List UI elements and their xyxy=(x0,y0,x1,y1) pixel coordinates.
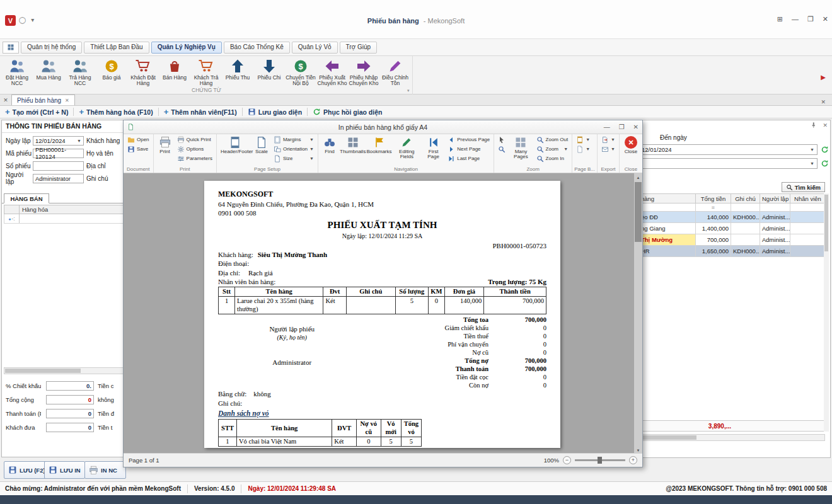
tab-hang-ban[interactable]: HÀNG BÁN xyxy=(4,193,49,203)
to-date-input[interactable]: 12/01/2024 ▼ xyxy=(638,144,818,155)
window-options-icon[interactable]: ⊞ xyxy=(777,15,783,23)
next-page-button[interactable]: Next Page xyxy=(446,144,492,154)
send-email-button[interactable]: ▼ xyxy=(599,144,617,154)
dialog-titlebar[interactable]: In phiếu bán hàng khổ giấy A4 — ❐ ✕ xyxy=(124,120,642,134)
zoom-out-button[interactable]: Zoom Out xyxy=(534,135,570,144)
column-creator[interactable]: Người lập xyxy=(760,194,790,203)
number-input[interactable] xyxy=(33,161,84,171)
grid-filter-row[interactable]: = xyxy=(639,203,826,212)
header-footer-button[interactable]: Header/Footer xyxy=(219,135,251,156)
save-button[interactable]: LƯU (F2) xyxy=(4,461,50,479)
tab-strip-right-close-icon[interactable]: ✕ xyxy=(821,99,832,105)
filter-combo[interactable]: ▼ xyxy=(638,158,818,169)
customer-paid-input[interactable]: 0 xyxy=(46,423,94,432)
tra-hang-ncc-button[interactable]: Trả Hàng NCC xyxy=(64,57,96,87)
page-color-button[interactable]: ▼ xyxy=(574,135,592,144)
save-document-button[interactable]: Save xyxy=(125,144,151,154)
ban-hang-button[interactable]: Bán Hàng xyxy=(159,57,190,81)
size-button[interactable]: Size ▼ xyxy=(272,154,316,163)
khach-dat-hang-button[interactable]: Khách Đặt Hàng xyxy=(127,57,159,87)
table-row[interactable]: ng Giang 1,400,000 Administ... xyxy=(639,223,826,234)
pin-icon[interactable] xyxy=(810,122,818,129)
orientation-button[interactable]: Orientation ▼ xyxy=(272,144,316,154)
zoom-in-slider-icon[interactable]: + xyxy=(629,456,637,464)
refresh-icon[interactable] xyxy=(821,159,829,168)
close-preview-button[interactable]: ✕ Close xyxy=(621,135,640,156)
ribbon-tab-quan-tri[interactable]: Quản trị hệ thống xyxy=(21,42,82,54)
ribbon-tab-tro-giup[interactable]: Trợ Giúp xyxy=(340,42,378,54)
doc-tab-phieu-ban-hang[interactable]: Phiếu bán hàng ✕ xyxy=(11,94,75,105)
group-launcher-icon[interactable]: ▾ xyxy=(407,88,410,93)
mua-hang-button[interactable]: Mua Hàng xyxy=(33,57,64,81)
column-name[interactable]: hàng xyxy=(639,194,696,203)
tab-strip-close-icon[interactable]: ✕ xyxy=(0,94,11,105)
phieu-nhap-chuyen-kho-button[interactable]: Phiếu Nhập Chuyển Kho xyxy=(348,57,379,87)
zoom-in-button[interactable]: Zoom In xyxy=(534,154,570,163)
many-pages-button[interactable]: Many Pages xyxy=(508,135,533,161)
filter-equals[interactable]: = xyxy=(696,203,731,212)
dieu-chinh-ton-button[interactable]: Điều Chỉnh Tồn xyxy=(379,57,411,87)
scroll-up-icon[interactable]: ▲ xyxy=(634,173,642,181)
zoom-slider-thumb[interactable] xyxy=(598,457,602,464)
parameters-button[interactable]: Parameters xyxy=(175,154,214,163)
scale-button[interactable]: Scale xyxy=(252,135,271,156)
restore-layout-button[interactable]: Phục hồi giao diện xyxy=(313,108,382,116)
dialog-close-icon[interactable]: ✕ xyxy=(633,123,638,130)
panel-close-icon[interactable]: ✕ xyxy=(823,122,828,129)
close-window-icon[interactable]: ✕ xyxy=(823,15,828,23)
table-row-selected[interactable]: Thị Mường 700,000 Administ... xyxy=(639,234,826,246)
table-row[interactable]: HR 1,650,000 KDH000... Administ... xyxy=(639,246,826,257)
options-button[interactable]: Options xyxy=(175,144,214,154)
new-record-button[interactable]: + Tạo mới (Ctrl + N) xyxy=(5,108,68,116)
creator-input[interactable]: Administrator xyxy=(33,174,84,183)
total-input[interactable]: 0 xyxy=(46,395,94,404)
pointer-tool-button[interactable] xyxy=(496,135,507,144)
zoom-slider[interactable] xyxy=(575,459,625,461)
dat-hang-ncc-button[interactable]: Đặt Hàng NCC xyxy=(1,57,33,87)
quick-print-button[interactable]: Quick Print xyxy=(175,135,214,144)
bookmarks-button[interactable]: Bookmarks xyxy=(366,135,391,156)
scrollbar-thumb[interactable] xyxy=(635,182,642,242)
last-page-button[interactable]: Last Page xyxy=(446,154,492,163)
column-staff[interactable]: Nhân viên xyxy=(790,194,826,203)
grid-hscrollbar[interactable] xyxy=(638,434,825,441)
watermark-button[interactable]: ▼ xyxy=(574,144,592,154)
bao-gia-button[interactable]: Báo giá xyxy=(96,57,127,81)
phieu-chi-button[interactable]: Phiếu Chi xyxy=(253,57,285,81)
discount-input[interactable]: 0. xyxy=(46,381,94,391)
ribbon-tab-bao-cao[interactable]: Báo Cáo Thống Kê xyxy=(224,42,290,54)
column-hang-hoa[interactable]: Hàng hóa xyxy=(20,205,50,214)
refresh-icon[interactable] xyxy=(821,146,829,154)
search-button[interactable]: Tìm kiếm xyxy=(782,182,825,192)
margins-button[interactable]: Margins ▼ xyxy=(272,135,316,144)
table-row[interactable]: èo ĐĐ 140,000 KDH000... Administ... xyxy=(639,212,826,223)
ribbon-tab-quan-ly-vo[interactable]: Quản Lý Vỏ xyxy=(292,42,338,54)
ribbon-tab-nghiep-vu[interactable]: Quản Lý Nghiệp Vụ xyxy=(151,42,222,54)
minimize-icon[interactable]: — xyxy=(792,15,799,23)
zoom-button[interactable]: Zoom ▼ xyxy=(534,144,570,154)
ribbon-tab-thiet-lap[interactable]: Thiết Lập Ban Đầu xyxy=(84,42,149,54)
first-page-button[interactable]: First Page xyxy=(422,135,445,161)
grid-vscrollbar[interactable] xyxy=(824,193,829,432)
phieu-thu-button[interactable]: Phiếu Thu xyxy=(222,57,253,81)
ribbon-collapse-icon[interactable]: ▶ xyxy=(821,74,826,81)
save-layout-button[interactable]: Lưu giao diện xyxy=(248,108,302,116)
print-big-button[interactable]: Print xyxy=(156,135,175,156)
editing-fields-button[interactable]: Editing Fields xyxy=(393,135,421,161)
khach-tra-hang-button[interactable]: Khách Trả Hàng xyxy=(190,57,222,87)
maximize-icon[interactable]: ❐ xyxy=(807,15,814,23)
date-input[interactable]: 12/01/2024 ▼ xyxy=(33,136,84,146)
preview-vscrollbar[interactable]: ▲ ▼ xyxy=(634,173,642,454)
dialog-maximize-icon[interactable]: ❐ xyxy=(619,123,625,130)
tab-close-icon[interactable]: ✕ xyxy=(65,98,69,103)
thumbnails-button[interactable]: Thumbnails xyxy=(340,135,366,156)
column-note[interactable]: Ghi chú xyxy=(731,194,760,203)
export-document-button[interactable]: ▼ xyxy=(599,135,617,144)
save-print-button[interactable]: LƯU IN xyxy=(44,461,85,479)
open-button[interactable]: Open xyxy=(125,135,151,144)
chuyen-tien-noi-bo-button[interactable]: Chuyển Tiền Nội Bộ xyxy=(285,57,316,87)
add-staff-button[interactable]: + Thêm nhân viên(F11) xyxy=(164,108,237,116)
code-input[interactable]: PBH00001-120124 xyxy=(33,149,84,158)
column-total[interactable]: Tổng tiền xyxy=(696,194,731,203)
add-item-button[interactable]: + Thêm hàng hóa (F10) xyxy=(79,108,153,116)
